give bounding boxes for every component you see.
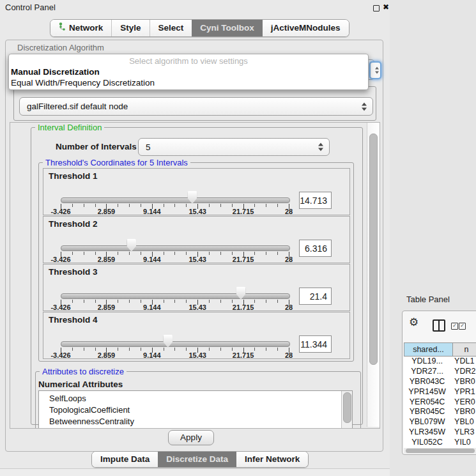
numerical-attributes-label: Numerical Attributes: [38, 380, 123, 389]
interval-definition-group: Interval Definition Number of Intervals …: [31, 127, 363, 425]
threshold-1-label: Threshold 1: [49, 171, 98, 181]
tick-label: -3.426: [50, 303, 70, 311]
cyni-toolbox-panel: Discretization Algorithm Table Data galF…: [5, 40, 383, 452]
tab-jactivemnodules[interactable]: jActiveMNodules: [263, 20, 349, 36]
tick-label: 2.859: [98, 303, 116, 311]
popup-item-equal-width-frequency[interactable]: Equal Width/Frequency Discretization: [11, 78, 155, 88]
list-item[interactable]: TopologicalCoefficient: [49, 404, 130, 416]
algorithm-popup: Select algorithm to view settings Manual…: [8, 54, 369, 90]
number-of-intervals-value: 5: [146, 139, 151, 155]
network-icon: [59, 20, 66, 36]
column-header-shared-name[interactable]: shared...: [404, 342, 453, 357]
table-data-group: Table Data galFiltered.sif default node: [13, 86, 376, 121]
tick-label: 21.715: [233, 256, 254, 263]
table-row[interactable]: YDR27...YDR2: [404, 367, 476, 377]
close-icon[interactable]: ✖: [383, 3, 389, 12]
threshold-2-label: Threshold 2: [49, 219, 98, 229]
checkbox-icon[interactable]: ✓: [451, 323, 458, 330]
float-window-icon[interactable]: [373, 5, 380, 12]
scrollbar-thumb[interactable]: [406, 449, 475, 453]
thresholds-group: Threshold's Coordinates for 5 Intervals …: [38, 162, 354, 362]
slider-ticks: [61, 204, 290, 209]
table-row[interactable]: YBL079WYBL0: [404, 417, 476, 427]
table-row[interactable]: YBR045CYBR0: [404, 407, 476, 417]
list-item[interactable]: BetweennessCentrality: [49, 416, 134, 427]
tick-label: 21.715: [233, 208, 254, 215]
horizontal-scrollbar[interactable]: [404, 448, 476, 454]
scrollbar-thumb[interactable]: [343, 392, 351, 423]
table-data-combobox-value: galFiltered.sif default node: [27, 98, 128, 115]
split-view-icon[interactable]: [433, 319, 445, 332]
algorithm-combobox-stepper[interactable]: [369, 61, 381, 79]
discretization-algorithm-label: Discretization Algorithm: [17, 43, 104, 52]
slider-ticks: [61, 348, 290, 353]
tick-label: 9.144: [143, 303, 161, 311]
threshold-2-slider-track[interactable]: [61, 245, 290, 251]
stepper-arrows-icon: [362, 102, 367, 111]
vertical-scrollbar[interactable]: [367, 123, 380, 427]
bottom-tab-impute-data[interactable]: Impute Data: [92, 452, 158, 467]
list-scrollbar[interactable]: [341, 391, 352, 428]
bottom-tab-infer-network[interactable]: Infer Network: [236, 452, 308, 467]
threshold-panel-3: Threshold 3 -3.426 2.859 9.144 15.43 21.…: [43, 264, 350, 311]
threshold-1-slider-track[interactable]: [61, 197, 290, 203]
tick-label: 21.715: [233, 303, 254, 311]
threshold-3-slider-track[interactable]: [61, 293, 290, 299]
slider-ticks: [61, 300, 290, 305]
table-row[interactable]: YBR043CYBR0: [404, 377, 476, 387]
table-data-combobox[interactable]: galFiltered.sif default node: [19, 97, 373, 116]
table-row[interactable]: YER054CYER0: [404, 397, 476, 408]
threshold-panel-2: Threshold 2 -3.426 2.859 9.144 15.43 21.…: [43, 216, 350, 263]
threshold-3-label: Threshold 3: [49, 267, 98, 277]
attributes-group: Attributes to discretize Numerical Attri…: [35, 371, 361, 429]
threshold-3-value-input[interactable]: 21.4: [299, 288, 332, 305]
number-of-intervals-combobox[interactable]: 5: [138, 138, 330, 156]
tab-network[interactable]: Network: [50, 20, 112, 36]
settings-gear-icon[interactable]: ⚙: [409, 316, 418, 328]
bottom-tab-discretize-data[interactable]: Discretize Data: [158, 452, 236, 467]
threshold-2-value-input[interactable]: 6.316: [299, 240, 332, 257]
tick-label: 28: [285, 256, 293, 263]
tick-label: 15.43: [188, 303, 206, 311]
tick-label: 21.715: [233, 351, 254, 359]
table-row[interactable]: YLR345WYLR3: [404, 427, 476, 438]
threshold-4-slider-track[interactable]: [61, 341, 290, 347]
attributes-group-label: Attributes to discretize: [40, 367, 127, 376]
tick-label: 2.859: [98, 351, 116, 359]
window-title: Control Panel: [5, 3, 56, 12]
tick-label: -3.426: [50, 351, 70, 359]
cyni-bottom-tabbar: Impute Data Discretize Data Infer Networ…: [91, 451, 309, 468]
tick-label: 15.43: [188, 256, 206, 263]
window-bottom-edge: [0, 468, 390, 476]
right-section: GAL80 GA C GAL11 GAL4 GCY1 H HAP2 Table …: [390, 0, 476, 476]
tick-label: -3.426: [50, 256, 70, 263]
tick-label: 15.43: [188, 351, 206, 359]
tick-label: -3.426: [50, 208, 70, 215]
settings-scroll-panel: Interval Definition Number of Intervals …: [10, 122, 380, 429]
checkbox-icon[interactable]: ✓: [459, 323, 466, 330]
table-row[interactable]: YPR145WYPR1: [404, 387, 476, 397]
tab-select[interactable]: Select: [150, 20, 192, 36]
tab-cyni-toolbox[interactable]: Cyni Toolbox: [192, 20, 263, 36]
tab-style[interactable]: Style: [112, 20, 150, 36]
table-row[interactable]: YIL052CYIL0: [404, 438, 476, 448]
apply-button[interactable]: Apply: [168, 430, 214, 445]
table-panel: ⚙ ✓ ✓ shared... n YDL19...YDL1 YDR27...Y…: [402, 311, 476, 455]
table-rows: YDL19...YDL1 YDR27...YDR2 YBR043CYBR0 YP…: [404, 357, 476, 448]
tick-label: 2.859: [98, 256, 116, 263]
threshold-4-value-input[interactable]: 11.344: [299, 335, 332, 353]
table-row[interactable]: YDL19...YDL1: [404, 357, 476, 367]
tick-label: 2.859: [98, 208, 116, 215]
control-panel-tabbar: Network Style Select Cyni Toolbox jActiv…: [50, 19, 349, 37]
threshold-1-value-input[interactable]: 14.713: [299, 192, 332, 209]
tick-label: 28: [285, 351, 293, 359]
list-item[interactable]: SelfLoops: [49, 393, 86, 404]
tick-label: 9.144: [143, 351, 161, 359]
column-header-name[interactable]: n: [453, 342, 476, 357]
tick-label: 28: [285, 208, 293, 215]
popup-item-manual-discretization[interactable]: Manual Discretization: [11, 67, 100, 77]
numerical-attributes-list: SelfLoops TopologicalCoefficient Between…: [38, 390, 353, 429]
control-panel-titlebar: Control Panel ✖: [0, 0, 396, 15]
tick-label: 28: [285, 303, 293, 311]
scrollbar-thumb[interactable]: [369, 134, 378, 365]
